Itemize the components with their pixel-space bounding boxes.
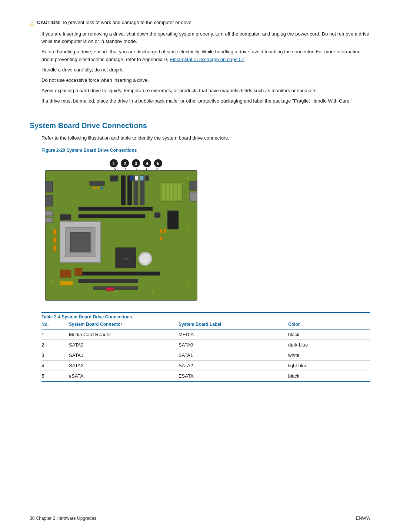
cell-label: SATA0 bbox=[179, 339, 288, 350]
motherboard-illustration: 1 2 3 4 5 bbox=[41, 155, 201, 303]
svg-point-25 bbox=[114, 291, 117, 293]
svg-point-26 bbox=[151, 291, 154, 293]
svg-text:4: 4 bbox=[146, 161, 149, 166]
section-title: System Board Drive Connections bbox=[30, 121, 370, 130]
col-header-no: No. bbox=[41, 319, 69, 329]
svg-rect-27 bbox=[121, 175, 126, 205]
svg-rect-36 bbox=[45, 181, 53, 192]
svg-rect-37 bbox=[45, 195, 53, 206]
svg-point-16 bbox=[51, 177, 54, 179]
cell-color: white bbox=[288, 350, 370, 360]
section-intro: Refer to the following illustration and … bbox=[41, 134, 370, 142]
svg-rect-33 bbox=[135, 175, 139, 181]
caution-box: △ CAUTION: To prevent loss of work and d… bbox=[30, 15, 370, 111]
footer-left: 30 Chapter 2 Hardware Upgrades bbox=[30, 516, 96, 521]
caution-body: If you are inserting or removing a drive… bbox=[41, 30, 370, 105]
data-table: No. System Board Connector System Board … bbox=[41, 319, 370, 382]
caution-triangle-icon: △ bbox=[30, 20, 34, 27]
svg-rect-52 bbox=[79, 279, 138, 283]
svg-rect-49 bbox=[79, 207, 153, 211]
table-row: 1 Media Card Reader MEDIA black bbox=[41, 329, 370, 339]
svg-rect-76 bbox=[106, 288, 114, 291]
col-header-connector: System Board Connector bbox=[69, 319, 179, 329]
cell-color: black bbox=[288, 371, 370, 381]
svg-rect-45 bbox=[60, 214, 71, 220]
electrostatic-link[interactable]: Electrostatic Discharge on page 57 bbox=[170, 57, 244, 62]
svg-rect-65 bbox=[93, 187, 96, 189]
cell-connector: SATA0 bbox=[69, 339, 179, 350]
cell-color: black bbox=[288, 329, 370, 339]
svg-rect-62 bbox=[174, 184, 177, 200]
cell-label: MEDIA bbox=[179, 329, 288, 339]
table-caption-text: System Board Drive Connections bbox=[60, 314, 132, 319]
svg-text:3: 3 bbox=[135, 161, 137, 166]
svg-rect-67 bbox=[101, 187, 103, 189]
caution-para-5: Avoid exposing a hard drive to liquids, … bbox=[41, 87, 370, 94]
svg-rect-51 bbox=[79, 272, 160, 275]
table-row: 3 SATA1 SATA1 white bbox=[41, 350, 370, 360]
svg-rect-32 bbox=[130, 175, 133, 181]
svg-rect-47 bbox=[53, 237, 56, 243]
cell-no: 5 bbox=[41, 371, 69, 381]
table-caption: Table 2-4 System Board Drive Connections bbox=[41, 312, 370, 319]
cell-no: 3 bbox=[41, 350, 69, 360]
svg-point-56 bbox=[140, 254, 150, 264]
svg-rect-69 bbox=[154, 213, 160, 218]
cell-label: SATA1 bbox=[179, 350, 288, 360]
svg-rect-59 bbox=[162, 184, 165, 200]
cell-connector: SATA2 bbox=[69, 360, 179, 371]
caution-para-3: Handle a drive carefully; do not drop it… bbox=[41, 66, 370, 74]
table-header-row: No. System Board Connector System Board … bbox=[41, 319, 370, 329]
svg-rect-31 bbox=[110, 175, 118, 181]
svg-text:1: 1 bbox=[113, 161, 115, 166]
svg-rect-44 bbox=[70, 232, 90, 252]
footer: 30 Chapter 2 Hardware Upgrades ENWW bbox=[30, 516, 370, 521]
svg-rect-63 bbox=[178, 184, 181, 200]
figure-container: 1 2 3 4 5 bbox=[41, 155, 201, 303]
footer-right: ENWW bbox=[356, 516, 370, 521]
svg-rect-46 bbox=[53, 229, 56, 235]
svg-rect-73 bbox=[60, 270, 71, 277]
svg-rect-40 bbox=[190, 181, 197, 190]
table-row: 4 SATA2 SATA2 light blue bbox=[41, 360, 370, 371]
svg-point-23 bbox=[187, 228, 189, 230]
cell-connector: SATA1 bbox=[69, 350, 179, 360]
svg-rect-35 bbox=[145, 175, 149, 181]
cell-no: 1 bbox=[41, 329, 69, 339]
svg-point-21 bbox=[187, 177, 189, 179]
svg-rect-70 bbox=[160, 229, 162, 233]
svg-text:5: 5 bbox=[157, 161, 160, 166]
caution-intro-text: To prevent loss of work and damage to th… bbox=[62, 20, 193, 25]
cell-connector: Media Card Reader bbox=[69, 329, 179, 339]
cell-connector: eSATA bbox=[69, 371, 179, 381]
caution-para-1: If you are inserting or removing a drive… bbox=[41, 30, 370, 45]
col-header-color: Color bbox=[288, 319, 370, 329]
cell-color: light blue bbox=[288, 360, 370, 371]
cell-label: SATA2 bbox=[179, 360, 288, 371]
svg-rect-68 bbox=[167, 211, 179, 229]
svg-point-24 bbox=[187, 284, 189, 286]
cell-color: dark blue bbox=[288, 339, 370, 350]
table-section: Table 2-4 System Board Drive Connections… bbox=[41, 312, 370, 382]
svg-rect-74 bbox=[75, 268, 82, 275]
svg-rect-48 bbox=[53, 245, 56, 251]
caution-para-4: Do not use excessive force when insertin… bbox=[41, 77, 370, 84]
figure-caption: Figure 2-20 System Board Drive Connectio… bbox=[41, 148, 370, 153]
svg-rect-71 bbox=[164, 229, 166, 233]
svg-rect-34 bbox=[140, 175, 144, 181]
table-caption-bold: Table 2-4 bbox=[41, 314, 60, 319]
svg-text:CHIP: CHIP bbox=[122, 257, 129, 260]
svg-point-20 bbox=[51, 280, 54, 282]
svg-rect-50 bbox=[79, 214, 145, 218]
cell-no: 4 bbox=[41, 360, 69, 371]
svg-rect-64 bbox=[90, 181, 104, 185]
svg-rect-61 bbox=[170, 184, 173, 200]
svg-rect-72 bbox=[160, 237, 162, 240]
svg-rect-60 bbox=[166, 184, 169, 200]
caution-para-6: If a drive must be mailed, place the dri… bbox=[41, 97, 370, 105]
col-header-label: System Board Label bbox=[179, 319, 288, 329]
cell-no: 2 bbox=[41, 339, 69, 350]
svg-rect-75 bbox=[60, 281, 73, 285]
svg-point-22 bbox=[187, 195, 189, 197]
svg-rect-57 bbox=[93, 287, 138, 290]
